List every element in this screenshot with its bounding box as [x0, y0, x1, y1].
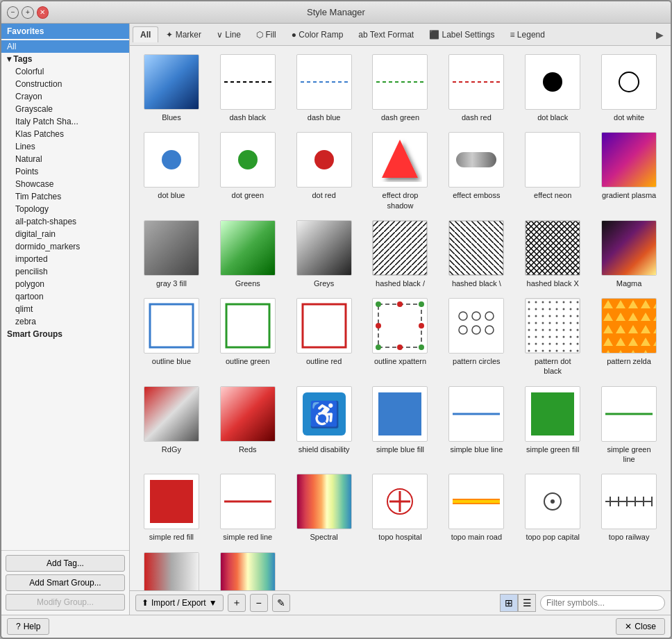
sidebar-item-points[interactable]: Points: [1, 165, 129, 178]
symbol-effect-neon[interactable]: effect neon: [516, 129, 589, 213]
symbol-hashed-black-x[interactable]: hashed black X: [516, 217, 589, 291]
symbol-simple-green-fill[interactable]: simple green fill: [516, 383, 589, 467]
sidebar-item-crayon[interactable]: Crayon: [1, 90, 129, 103]
symbol-preview-simple-green-fill: [525, 386, 580, 442]
symbol-simple-green-line[interactable]: simple green line: [593, 383, 665, 467]
symbol-magma[interactable]: Magma: [593, 217, 665, 291]
sidebar-item-topology[interactable]: Topology: [1, 203, 129, 215]
sidebar-item-all-patch[interactable]: all-patch-shapes: [1, 215, 129, 228]
symbol-pattern-zelda[interactable]: pattern zelda: [593, 295, 665, 379]
sidebar-item-colorful[interactable]: Colorful: [1, 65, 129, 78]
window-title: Style Manager: [49, 7, 623, 17]
symbol-gray-3-fill[interactable]: gray 3 fill: [135, 217, 208, 291]
edit-symbol-button[interactable]: ✎: [272, 594, 290, 612]
sidebar-item-klas[interactable]: Klas Patches: [1, 128, 129, 140]
symbol-dot-blue[interactable]: dot blue: [135, 129, 208, 213]
symbol-topo-railway[interactable]: topo railway: [593, 471, 665, 545]
sidebar-item-zebra[interactable]: zebra: [1, 315, 129, 328]
symbol-effect-drop-shadow[interactable]: effect drop shadow: [364, 129, 437, 213]
sidebar-item-smart-groups[interactable]: Smart Groups: [1, 328, 129, 340]
sidebar-item-tim[interactable]: Tim Patches: [1, 190, 129, 203]
list-view-button[interactable]: ☰: [518, 594, 536, 612]
symbol-pattern-circles[interactable]: pattern circles: [440, 295, 512, 379]
symbol-simple-red-fill[interactable]: simple red fill: [135, 471, 208, 545]
tab-marker[interactable]: ✦ Marker: [158, 26, 209, 42]
svg-rect-20: [449, 221, 503, 275]
symbol-dot-black[interactable]: dot black: [516, 51, 589, 125]
sidebar-item-tags[interactable]: ▾ Tags: [1, 53, 129, 65]
maximize-button[interactable]: +: [22, 6, 33, 19]
symbol-hashed-black-backslash[interactable]: hashed black \: [440, 217, 512, 291]
tab-label-settings[interactable]: ⬛ Label Settings: [421, 26, 502, 42]
tab-legend[interactable]: ≡ Legend: [503, 26, 553, 42]
symbol-outline-red[interactable]: outline red: [288, 295, 360, 379]
tab-all[interactable]: All: [133, 26, 158, 42]
sidebar-item-italy[interactable]: Italy Patch Sha...: [1, 115, 129, 128]
modify-group-button[interactable]: Modify Group...: [6, 594, 125, 611]
symbol-dot-green[interactable]: dot green: [212, 129, 284, 213]
sidebar-item-lines[interactable]: Lines: [1, 140, 129, 153]
symbol-shield-disability[interactable]: ♿ shield disability: [288, 383, 360, 467]
remove-symbol-button[interactable]: −: [250, 594, 268, 612]
symbol-simple-red-line[interactable]: simple red line: [212, 471, 284, 545]
sidebar-item-all[interactable]: All: [1, 40, 129, 53]
symbol-greens[interactable]: Greens: [212, 217, 284, 291]
close-button[interactable]: ✕ Close: [616, 618, 665, 635]
svg-rect-27: [303, 304, 346, 347]
symbol-rdgy[interactable]: RdGy: [135, 383, 208, 467]
tab-fill[interactable]: ⬡ Fill: [249, 26, 284, 42]
add-tag-button[interactable]: Add Tag...: [6, 555, 125, 572]
tabs-more-button[interactable]: ▶: [652, 28, 668, 42]
close-title-button[interactable]: ✕: [37, 6, 49, 19]
symbol-hashed-black-slash[interactable]: hashed black /: [364, 217, 437, 291]
sidebar-item-showcase[interactable]: Showcase: [1, 178, 129, 190]
minimize-button[interactable]: −: [7, 6, 19, 19]
tab-line[interactable]: ∨ Line: [209, 26, 249, 42]
help-button[interactable]: ? Help: [7, 618, 49, 635]
symbol-extra-2[interactable]: [212, 549, 284, 590]
symbol-reds[interactable]: Reds: [212, 383, 284, 467]
sidebar-item-digital[interactable]: digital_rain: [1, 228, 129, 240]
symbol-blues[interactable]: Blues: [135, 51, 208, 125]
symbol-outline-green[interactable]: outline green: [212, 295, 284, 379]
svg-marker-10: [382, 140, 418, 178]
sidebar-item-natural[interactable]: Natural: [1, 153, 129, 165]
symbol-greys[interactable]: Greys: [288, 217, 360, 291]
symbol-topo-pop-capital[interactable]: topo pop capital: [516, 471, 589, 545]
symbol-simple-blue-fill[interactable]: simple blue fill: [364, 383, 437, 467]
symbol-spectral[interactable]: Spectral: [288, 471, 360, 545]
symbol-pattern-dot-black[interactable]: pattern dot black: [516, 295, 589, 379]
sidebar-item-dormido[interactable]: dormido_markers: [1, 240, 129, 253]
symbol-gradient-plasma[interactable]: gradient plasma: [593, 129, 665, 213]
grid-view-button[interactable]: ⊞: [500, 594, 518, 612]
sidebar-item-grayscale[interactable]: Grayscale: [1, 103, 129, 115]
symbol-simple-blue-line[interactable]: simple blue line: [440, 383, 512, 467]
symbol-label-gray-3-fill: gray 3 fill: [156, 279, 187, 288]
symbol-effect-emboss[interactable]: effect emboss: [440, 129, 512, 213]
sidebar-item-construction[interactable]: Construction: [1, 78, 129, 90]
symbol-dot-red[interactable]: dot red: [288, 129, 360, 213]
tab-text-format[interactable]: ab Text Format: [351, 26, 421, 42]
symbol-preview-extra-1: [144, 552, 199, 590]
symbol-outline-xpattern[interactable]: outline xpattern: [364, 295, 437, 379]
import-export-button[interactable]: ⬆ Import / Export ▼: [135, 595, 224, 611]
symbol-dash-black[interactable]: dash black: [212, 51, 284, 125]
symbol-dot-white[interactable]: dot white: [593, 51, 665, 125]
symbol-topo-main-road[interactable]: topo main road: [440, 471, 512, 545]
tab-color-ramp[interactable]: ● Color Ramp: [284, 26, 351, 42]
symbol-outline-blue[interactable]: outline blue: [135, 295, 208, 379]
sidebar-item-qartoon[interactable]: qartoon: [1, 290, 129, 303]
add-smart-group-button[interactable]: Add Smart Group...: [6, 574, 125, 591]
symbol-topo-hospital[interactable]: topo hospital: [364, 471, 437, 545]
symbol-dash-blue[interactable]: dash blue: [288, 51, 360, 125]
sidebar-item-imported[interactable]: imported: [1, 253, 129, 265]
sidebar-item-qlimt[interactable]: qlimt: [1, 303, 129, 315]
add-symbol-button[interactable]: ＋: [228, 594, 246, 612]
symbol-extra-1[interactable]: [135, 549, 208, 590]
sidebar-item-pencilish[interactable]: pencilish: [1, 265, 129, 278]
symbol-dash-green[interactable]: dash green: [364, 51, 437, 125]
sidebar-item-polygon[interactable]: polygon: [1, 278, 129, 290]
symbol-scroll[interactable]: Blues dash black: [130, 46, 671, 590]
filter-input[interactable]: [540, 595, 665, 611]
symbol-dash-red[interactable]: dash red: [440, 51, 512, 125]
